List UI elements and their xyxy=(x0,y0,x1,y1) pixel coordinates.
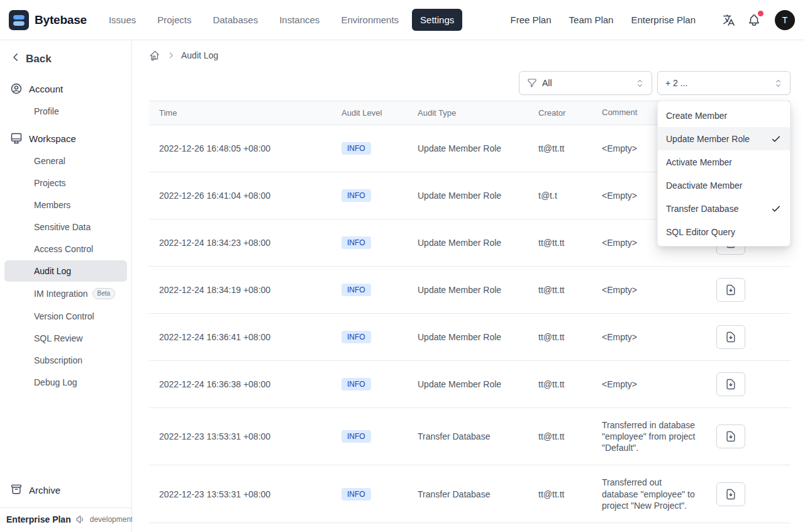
sidebar-item-label: Access Control xyxy=(34,244,93,254)
menu-item-sql-editor-query[interactable]: SQL Editor Query xyxy=(658,220,790,243)
cell-audit-level: INFO xyxy=(331,465,408,523)
cell-audit-type: Update Member Role xyxy=(408,172,528,219)
menu-item-label: Create Member xyxy=(666,111,727,121)
info-badge: INFO xyxy=(341,488,371,501)
cell-audit-type: Update Member Role xyxy=(408,266,528,313)
sidebar-item-version-control[interactable]: Version Control xyxy=(4,306,127,327)
sidebar-item-label: Projects xyxy=(34,178,66,188)
sidebar-item-access-control[interactable]: Access Control xyxy=(4,238,127,260)
sidebar-item-label: Version Control xyxy=(34,311,94,321)
main-nav: IssuesProjectsDatabasesInstancesEnvironm… xyxy=(101,9,462,31)
audit-level-select-value: All xyxy=(542,78,630,88)
sidebar-item-sensitive-data[interactable]: Sensitive Data xyxy=(4,216,127,238)
archive-label: Archive xyxy=(29,485,60,496)
cell-audit-level: INFO xyxy=(331,125,408,172)
back-button[interactable]: Back xyxy=(5,48,126,70)
sidebar-item-label: Audit Log xyxy=(34,266,71,276)
menu-item-activate-member[interactable]: Activate Member xyxy=(658,150,790,174)
sidebar-item-im-integration[interactable]: IM Integration Beta xyxy=(4,282,127,305)
breadcrumb: Audit Log xyxy=(149,48,791,63)
filter-icon xyxy=(527,78,537,88)
cell-creator: tt@tt.tt xyxy=(528,407,592,465)
sidebar-item-projects[interactable]: Projects xyxy=(4,172,127,194)
table-row: 2022-12-23 13:53:31 +08:00 INFO Transfer… xyxy=(149,465,791,523)
sidebar-item-profile[interactable]: Profile xyxy=(4,101,127,122)
nav-item-instances[interactable]: Instances xyxy=(271,9,328,31)
info-badge: INFO xyxy=(341,284,371,296)
cell-audit-level: INFO xyxy=(331,219,408,266)
language-toggle-button[interactable] xyxy=(719,11,738,30)
menu-item-label: Update Member Role xyxy=(666,134,750,144)
menu-item-label: Deactivate Member xyxy=(666,180,742,191)
notifications-button[interactable] xyxy=(745,11,763,30)
filter-toolbar: All + 2 ... Create Member Update Member … xyxy=(149,71,791,95)
cell-audit-type: Update Member Role xyxy=(408,313,528,360)
cell-time: 2022-12-24 16:36:41 +08:00 xyxy=(149,313,331,360)
cell-audit-type: Transfer Database xyxy=(408,407,528,465)
bytebase-logo[interactable]: Bytebase xyxy=(9,10,87,30)
sidebar-item-sql-review[interactable]: SQL Review xyxy=(4,328,127,349)
cell-creator: tt@tt.tt xyxy=(528,360,592,407)
sidebar-item-audit-log[interactable]: Audit Log xyxy=(4,260,127,282)
sidebar-item-members[interactable]: Members xyxy=(4,194,127,216)
check-icon xyxy=(770,133,782,145)
menu-item-label: Transfer Database xyxy=(666,204,738,214)
view-detail-button[interactable] xyxy=(716,325,745,349)
cell-time: 2022-12-23 13:53:31 +08:00 xyxy=(149,465,331,523)
audit-type-select[interactable]: + 2 ... xyxy=(657,71,791,95)
home-icon[interactable] xyxy=(149,50,161,62)
menu-item-update-member-role[interactable]: Update Member Role xyxy=(658,127,790,150)
menu-item-deactivate-member[interactable]: Deactivate Member xyxy=(658,174,790,197)
speaker-icon[interactable] xyxy=(75,514,86,524)
menu-item-create-member[interactable]: Create Member xyxy=(658,104,790,127)
plan-link-free-plan[interactable]: Free Plan xyxy=(511,14,552,25)
breadcrumb-current: Audit Log xyxy=(181,50,218,60)
cell-creator: tt@tt.tt xyxy=(528,266,592,313)
cell-actions xyxy=(706,313,791,360)
menu-item-transfer-database[interactable]: Transfer Database xyxy=(658,197,790,220)
sidebar-section: Workspace General Projects Members Sensi… xyxy=(0,127,131,393)
view-detail-button[interactable] xyxy=(716,278,745,302)
back-label: Back xyxy=(26,53,52,65)
cell-time: 2022-12-24 18:34:23 +08:00 xyxy=(149,219,331,266)
cell-creator: tt@tt.tt xyxy=(528,219,592,266)
nav-item-environments[interactable]: Environments xyxy=(333,9,407,31)
cell-audit-type: Update Member Role xyxy=(408,360,528,407)
table-row: 2022-12-24 16:36:41 +08:00 INFO Update M… xyxy=(149,313,791,360)
sidebar-item-debug-log[interactable]: Debug Log xyxy=(4,372,127,393)
view-detail-button[interactable] xyxy=(716,482,745,506)
archive-icon xyxy=(10,483,23,497)
sidebar-item-label: Sensitive Data xyxy=(34,222,91,232)
info-badge: INFO xyxy=(341,430,371,443)
environment-label: development xyxy=(90,515,133,524)
export-document-icon xyxy=(724,284,737,296)
archive-button[interactable]: Archive xyxy=(5,478,126,502)
info-badge: INFO xyxy=(341,142,371,155)
cell-comment: Transferred out database "employee" to p… xyxy=(592,465,706,523)
sidebar-section-title: Workspace xyxy=(29,133,76,144)
nav-item-issues[interactable]: Issues xyxy=(101,9,144,31)
chevron-right-icon xyxy=(167,51,175,60)
nav-item-databases[interactable]: Databases xyxy=(204,9,266,31)
cell-audit-type: Update Member Role xyxy=(408,219,528,266)
cell-audit-type: Transfer Database xyxy=(408,465,528,523)
cell-creator: tt@tt.tt xyxy=(528,465,592,523)
sidebar-item-subscription[interactable]: Subscription xyxy=(4,350,127,371)
nav-item-projects[interactable]: Projects xyxy=(149,9,199,31)
cell-audit-level: INFO xyxy=(331,313,408,360)
export-document-icon xyxy=(724,378,737,391)
avatar[interactable]: T xyxy=(775,10,795,30)
navbar-left: Bytebase IssuesProjectsDatabasesInstance… xyxy=(9,9,462,31)
audit-level-select[interactable]: All xyxy=(519,71,652,95)
export-document-icon xyxy=(724,488,737,501)
sidebar-item-general[interactable]: General xyxy=(4,150,127,172)
view-detail-button[interactable] xyxy=(716,424,745,448)
cell-actions xyxy=(706,266,791,313)
cell-actions xyxy=(706,407,791,465)
cell-creator: t@t.t xyxy=(528,172,592,219)
plan-link-team-plan[interactable]: Team Plan xyxy=(569,14,614,25)
sidebar-item-label: General xyxy=(34,156,65,166)
view-detail-button[interactable] xyxy=(716,372,745,396)
nav-item-settings[interactable]: Settings xyxy=(412,9,462,31)
plan-link-enterprise-plan[interactable]: Enterprise Plan xyxy=(631,14,696,25)
